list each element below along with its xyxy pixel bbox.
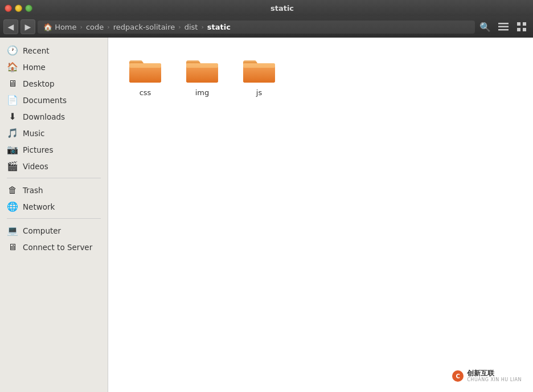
sidebar-divider1	[7, 178, 101, 178]
videos-icon: 🎬	[7, 161, 18, 172]
recent-icon: 🕐	[7, 45, 18, 56]
breadcrumb-code[interactable]: code	[83, 22, 107, 32]
list-view-button[interactable]	[495, 19, 511, 35]
folder-img[interactable]: img	[177, 49, 228, 101]
computer-icon: 💻	[7, 225, 18, 236]
svg-rect-2	[498, 29, 509, 31]
sidebar-label-downloads: Downloads	[23, 112, 65, 121]
breadcrumb-static[interactable]: static	[204, 22, 234, 32]
search-button[interactable]: 🔍	[477, 19, 493, 35]
sidebar-label-videos: Videos	[23, 162, 48, 171]
sidebar-item-connect[interactable]: 🖥 Connect to Server	[0, 239, 108, 255]
svg-rect-6	[523, 28, 526, 31]
svg-rect-5	[517, 28, 520, 31]
back-button[interactable]: ◀	[3, 19, 18, 34]
sidebar-label-music: Music	[23, 129, 44, 138]
folder-css[interactable]: css	[120, 49, 171, 101]
documents-icon: 📄	[7, 95, 18, 105]
svg-rect-1	[498, 26, 509, 28]
sidebar-label-connect: Connect to Server	[23, 243, 92, 252]
sidebar-item-network[interactable]: 🌐 Network	[0, 198, 108, 215]
sidebar-item-recent[interactable]: 🕐 Recent	[0, 42, 108, 59]
sidebar-divider2	[7, 218, 101, 219]
grid-view-button[interactable]	[514, 19, 530, 35]
sidebar-item-music[interactable]: 🎵 Music	[0, 125, 108, 141]
sidebar-item-computer[interactable]: 💻 Computer	[0, 222, 108, 239]
sidebar-label-pictures: Pictures	[23, 145, 53, 154]
sidebar-item-home[interactable]: 🏠 Home	[0, 59, 108, 75]
folder-js-icon	[242, 54, 276, 85]
watermark-subtext: CHUANG XIN HU LIAN	[467, 377, 522, 383]
music-icon: 🎵	[7, 128, 18, 138]
sidebar-label-network: Network	[23, 202, 55, 211]
home-icon: 🏠	[7, 62, 18, 72]
sidebar-item-trash[interactable]: 🗑 Trash	[0, 182, 108, 198]
connect-icon: 🖥	[7, 242, 18, 252]
desktop-icon: 🖥	[7, 78, 18, 89]
sidebar-label-recent: Recent	[23, 46, 50, 55]
sidebar-item-downloads[interactable]: ⬇ Downloads	[0, 108, 108, 125]
window-title: static	[36, 4, 528, 13]
watermark-logo: C	[452, 370, 464, 382]
sidebar-item-documents[interactable]: 📄 Documents	[0, 92, 108, 108]
svg-rect-0	[498, 23, 509, 24]
folder-css-icon	[128, 54, 162, 85]
sidebar-item-videos[interactable]: 🎬 Videos	[0, 158, 108, 174]
breadcrumb-redpack[interactable]: redpack-solitaire	[110, 22, 179, 32]
watermark-text: 创新互联	[467, 369, 522, 377]
folder-js[interactable]: js	[233, 49, 285, 101]
window-controls	[5, 5, 32, 12]
svg-rect-8	[129, 63, 161, 68]
network-icon: 🌐	[7, 201, 18, 212]
breadcrumb-home[interactable]: 🏠 Home	[40, 22, 80, 32]
minimize-button[interactable]	[15, 5, 22, 12]
breadcrumb-dist[interactable]: dist	[181, 22, 202, 32]
toolbar-actions: 🔍	[477, 19, 530, 35]
sidebar-label-computer: Computer	[23, 226, 61, 235]
sidebar-label-home: Home	[23, 63, 46, 72]
titlebar: static	[0, 0, 533, 16]
close-button[interactable]	[5, 5, 12, 12]
svg-rect-12	[243, 63, 275, 68]
folder-js-label: js	[256, 88, 262, 97]
sidebar-item-desktop[interactable]: 🖥 Desktop	[0, 75, 108, 92]
svg-rect-3	[517, 22, 520, 26]
watermark: C 创新互联 CHUANG XIN HU LIAN	[448, 367, 526, 385]
sidebar-label-trash: Trash	[23, 186, 43, 195]
svg-rect-4	[523, 22, 526, 26]
pictures-icon: 📷	[7, 144, 18, 155]
forward-button[interactable]: ▶	[20, 19, 35, 34]
folder-css-label: css	[140, 88, 151, 97]
sidebar: 🕐 Recent 🏠 Home 🖥 Desktop 📄 Documents ⬇ …	[0, 38, 108, 392]
file-content: css	[108, 38, 533, 392]
toolbar: ◀ ▶ 🏠 Home › code › redpack-solitaire › …	[0, 16, 533, 38]
sidebar-label-desktop: Desktop	[23, 79, 55, 88]
main-layout: 🕐 Recent 🏠 Home 🖥 Desktop 📄 Documents ⬇ …	[0, 38, 533, 392]
downloads-icon: ⬇	[7, 111, 18, 122]
maximize-button[interactable]	[25, 5, 32, 12]
breadcrumb: 🏠 Home › code › redpack-solitaire › dist…	[38, 21, 475, 34]
sidebar-item-pictures[interactable]: 📷 Pictures	[0, 141, 108, 158]
svg-rect-10	[186, 63, 218, 68]
folder-img-icon	[185, 54, 219, 85]
sidebar-label-documents: Documents	[23, 96, 67, 105]
folder-img-label: img	[195, 88, 210, 97]
trash-icon: 🗑	[7, 185, 18, 195]
